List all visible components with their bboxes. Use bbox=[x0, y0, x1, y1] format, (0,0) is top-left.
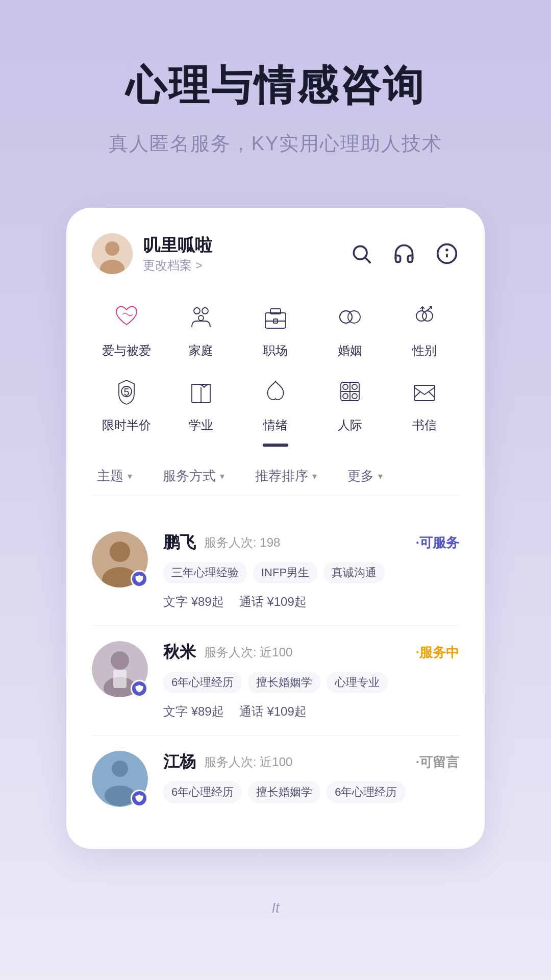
edit-profile-link[interactable]: 更改档案 > bbox=[143, 257, 212, 274]
user-text: 叽里呱啦 更改档案 > bbox=[143, 234, 212, 274]
counselor-name-row-3: 江杨 服务人次: 近100 ·可留言 bbox=[163, 751, 459, 773]
counselor-info-2: 秋米 服务人次: 近100 ·服务中 6年心理经历 擅长婚姻学 心理专业 文字 … bbox=[163, 641, 459, 720]
category-study-label: 学业 bbox=[189, 417, 213, 433]
svg-point-29 bbox=[343, 394, 348, 399]
category-grid-row1: 爱与被爱 家庭 职场 婚姻 性别 bbox=[92, 300, 459, 359]
verified-badge-3 bbox=[131, 790, 148, 807]
filter-more-arrow: ▾ bbox=[378, 471, 383, 482]
counselor-name-row-1: 鹏飞 服务人次: 198 ·可服务 bbox=[163, 531, 459, 554]
price-call-1: 通话 ¥109起 bbox=[239, 594, 307, 610]
category-work[interactable]: 职场 bbox=[241, 300, 310, 359]
headphone-icon[interactable] bbox=[392, 241, 416, 266]
svg-point-28 bbox=[352, 384, 357, 389]
svg-point-33 bbox=[110, 542, 130, 562]
avatar[interactable] bbox=[92, 233, 133, 274]
category-study[interactable]: 学业 bbox=[166, 374, 236, 433]
svg-point-17 bbox=[340, 311, 352, 323]
price-text-1: 文字 ¥89起 bbox=[163, 594, 224, 610]
svg-point-10 bbox=[198, 315, 204, 321]
category-social[interactable]: 人际 bbox=[315, 374, 385, 433]
user-info: 叽里呱啦 更改档案 > bbox=[92, 233, 212, 274]
bottom-hint: It bbox=[271, 879, 280, 926]
category-social-label: 人际 bbox=[338, 417, 362, 433]
info-icon[interactable] bbox=[435, 241, 459, 266]
counselor-avatar-wrap-3 bbox=[92, 751, 148, 807]
search-icon[interactable] bbox=[349, 241, 373, 266]
emotion-icon bbox=[258, 374, 293, 409]
category-love[interactable]: 爱与被爱 bbox=[92, 300, 161, 359]
category-marriage[interactable]: 婚姻 bbox=[315, 300, 385, 359]
counselor-count-3: 服务人次: 近100 bbox=[204, 754, 292, 770]
counselor-name-left-1: 鹏飞 服务人次: 198 bbox=[163, 531, 280, 554]
category-gender[interactable]: 性别 bbox=[390, 300, 459, 359]
filter-more-label: 更多 bbox=[347, 467, 374, 485]
category-grid-row2: 5 限时半价 学业 情绪 人际 bbox=[92, 374, 459, 433]
counselor-name-2: 秋米 bbox=[163, 641, 196, 664]
svg-line-4 bbox=[365, 258, 370, 263]
svg-rect-11 bbox=[265, 313, 286, 328]
active-tab-indicator bbox=[92, 444, 459, 447]
filter-topic[interactable]: 主题 ▾ bbox=[92, 467, 147, 485]
tag-2-1: 6年心理经历 bbox=[163, 672, 242, 693]
hero-title: 心理与情感咨询 bbox=[31, 61, 520, 110]
tag-3-2: 擅长婚姻学 bbox=[248, 781, 320, 803]
study-icon bbox=[184, 374, 218, 409]
category-family[interactable]: 家庭 bbox=[166, 300, 236, 359]
counselor-avatar-wrap-2 bbox=[92, 641, 148, 697]
svg-point-19 bbox=[422, 311, 433, 321]
filter-service-arrow: ▾ bbox=[220, 471, 224, 482]
counselor-name-left-3: 江杨 服务人次: 近100 bbox=[163, 751, 292, 773]
filter-topic-arrow: ▾ bbox=[128, 471, 132, 482]
card-header: 叽里呱啦 更改档案 > bbox=[92, 233, 459, 274]
counselor-info-1: 鹏飞 服务人次: 198 ·可服务 三年心理经验 INFP男生 真诚沟通 文字 … bbox=[163, 531, 459, 610]
svg-point-18 bbox=[416, 311, 427, 321]
counselor-card-1[interactable]: 鹏飞 服务人次: 198 ·可服务 三年心理经验 INFP男生 真诚沟通 文字 … bbox=[92, 516, 459, 626]
svg-point-30 bbox=[352, 394, 357, 399]
counselor-card-3[interactable]: 江杨 服务人次: 近100 ·可留言 6年心理经历 擅长婚姻学 6年心理经历 bbox=[92, 736, 459, 828]
social-icon bbox=[333, 374, 367, 409]
verified-badge-2 bbox=[131, 680, 148, 697]
svg-rect-38 bbox=[113, 670, 127, 688]
category-work-label: 职场 bbox=[263, 342, 288, 359]
counselor-info-3: 江杨 服务人次: 近100 ·可留言 6年心理经历 擅长婚姻学 6年心理经历 bbox=[163, 751, 459, 813]
filter-more[interactable]: 更多 ▾ bbox=[332, 467, 398, 485]
filter-topic-label: 主题 bbox=[97, 467, 123, 485]
category-sale[interactable]: 5 限时半价 bbox=[92, 374, 161, 433]
verified-badge-1 bbox=[131, 570, 148, 587]
filter-service-label: 服务方式 bbox=[163, 467, 216, 485]
counselor-avatar-wrap-1 bbox=[92, 531, 148, 587]
tag-1-3: 真诚沟通 bbox=[323, 562, 385, 583]
counselor-card-2[interactable]: 秋米 服务人次: 近100 ·服务中 6年心理经历 擅长婚姻学 心理专业 文字 … bbox=[92, 626, 459, 736]
svg-point-36 bbox=[111, 651, 129, 670]
tag-2-2: 擅长婚姻学 bbox=[248, 672, 320, 693]
svg-point-9 bbox=[202, 308, 208, 314]
category-sale-label: 限时半价 bbox=[102, 417, 151, 433]
price-row-2: 文字 ¥89起 通话 ¥109起 bbox=[163, 703, 459, 720]
counselor-status-1: ·可服务 bbox=[416, 534, 459, 552]
counselor-count-2: 服务人次: 近100 bbox=[204, 644, 292, 660]
phone-card: 叽里呱啦 更改档案 > 爱与被爱 bbox=[66, 208, 485, 849]
category-emotion[interactable]: 情绪 bbox=[241, 374, 310, 433]
filter-sort[interactable]: 推荐排序 ▾ bbox=[240, 467, 332, 485]
tag-1-2: INFP男生 bbox=[253, 562, 317, 583]
category-emotion-label: 情绪 bbox=[263, 417, 288, 433]
filter-service-type[interactable]: 服务方式 ▾ bbox=[147, 467, 240, 485]
letter-icon bbox=[407, 374, 442, 409]
tag-row-2: 6年心理经历 擅长婚姻学 心理专业 bbox=[163, 672, 459, 693]
tab-indicator-dot bbox=[263, 444, 288, 447]
sale-icon: 5 bbox=[109, 374, 144, 409]
tag-row-3: 6年心理经历 擅长婚姻学 6年心理经历 bbox=[163, 781, 459, 803]
category-letter-label: 书信 bbox=[412, 417, 437, 433]
category-letter[interactable]: 书信 bbox=[390, 374, 459, 433]
header-icons bbox=[349, 241, 459, 266]
svg-point-1 bbox=[105, 241, 119, 256]
price-row-1: 文字 ¥89起 通话 ¥109起 bbox=[163, 594, 459, 610]
tag-3-1: 6年心理经历 bbox=[163, 781, 242, 803]
svg-point-27 bbox=[343, 384, 348, 389]
counselor-name-left-2: 秋米 服务人次: 近100 bbox=[163, 641, 292, 664]
svg-point-8 bbox=[194, 308, 200, 314]
gender-icon bbox=[407, 300, 442, 334]
category-love-label: 爱与被爱 bbox=[102, 342, 151, 359]
category-family-label: 家庭 bbox=[189, 342, 213, 359]
price-call-2: 通话 ¥109起 bbox=[239, 703, 307, 720]
